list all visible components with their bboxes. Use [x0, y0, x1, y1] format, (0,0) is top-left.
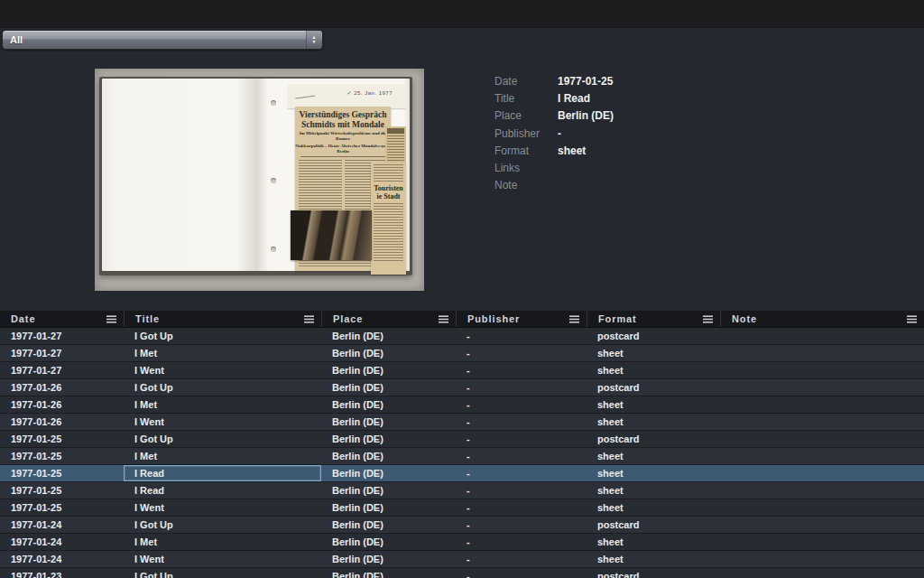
- cell-place[interactable]: Berlin (DE): [321, 465, 456, 481]
- column-menu-icon[interactable]: [304, 315, 314, 323]
- cell-note[interactable]: [720, 431, 924, 447]
- cell-format[interactable]: postcard: [587, 328, 720, 344]
- cell-note[interactable]: [720, 551, 924, 567]
- cell-title[interactable]: I Met: [124, 396, 321, 413]
- cell-title[interactable]: I Went: [124, 551, 321, 567]
- cell-place[interactable]: Berlin (DE): [321, 328, 456, 344]
- cell-publisher[interactable]: -: [456, 568, 587, 578]
- cell-place[interactable]: Berlin (DE): [321, 534, 456, 550]
- cell-publisher[interactable]: -: [456, 328, 587, 344]
- cell-title[interactable]: I Got Up: [124, 431, 321, 447]
- table-row[interactable]: 1977-01-27 I Went Berlin (DE) - sheet: [0, 362, 924, 379]
- column-menu-icon[interactable]: [907, 315, 917, 323]
- cell-title[interactable]: I Met: [124, 534, 321, 550]
- cell-place[interactable]: Berlin (DE): [321, 362, 456, 378]
- column-menu-icon[interactable]: [703, 315, 713, 323]
- column-menu-icon[interactable]: [569, 315, 579, 323]
- cell-publisher[interactable]: -: [456, 448, 587, 464]
- cell-note[interactable]: [720, 568, 924, 578]
- filter-select[interactable]: All ▲▼: [2, 30, 323, 50]
- cell-date[interactable]: 1977-01-24: [0, 517, 124, 533]
- cell-date[interactable]: 1977-01-24: [0, 534, 124, 550]
- table-row[interactable]: 1977-01-25 I Read Berlin (DE) - sheet: [0, 465, 924, 482]
- cell-title[interactable]: I Met: [124, 345, 321, 361]
- cell-place[interactable]: Berlin (DE): [321, 345, 456, 361]
- cell-note[interactable]: [720, 517, 924, 533]
- cell-publisher[interactable]: -: [456, 414, 587, 430]
- cell-title[interactable]: I Got Up: [124, 379, 321, 396]
- cell-note[interactable]: [720, 379, 924, 396]
- cell-date[interactable]: 1977-01-23: [0, 568, 124, 578]
- table-row[interactable]: 1977-01-26 I Met Berlin (DE) - sheet: [0, 396, 924, 414]
- cell-publisher[interactable]: -: [456, 534, 587, 550]
- cell-title[interactable]: I Read: [124, 482, 321, 499]
- cell-format[interactable]: postcard: [587, 431, 720, 447]
- cell-date[interactable]: 1977-01-25: [0, 448, 124, 464]
- cell-title[interactable]: I Went: [124, 362, 321, 378]
- cell-date[interactable]: 1977-01-27: [0, 345, 124, 361]
- cell-publisher[interactable]: -: [456, 551, 587, 567]
- cell-title[interactable]: I Got Up: [124, 328, 321, 344]
- cell-date[interactable]: 1977-01-26: [0, 396, 124, 413]
- cell-publisher[interactable]: -: [456, 396, 587, 413]
- cell-publisher[interactable]: -: [456, 465, 587, 481]
- cell-date[interactable]: 1977-01-27: [0, 362, 124, 378]
- cell-publisher[interactable]: -: [456, 379, 587, 396]
- cell-date[interactable]: 1977-01-26: [0, 414, 124, 430]
- cell-title[interactable]: I Went: [124, 499, 321, 516]
- cell-format[interactable]: postcard: [587, 379, 720, 396]
- cell-publisher[interactable]: -: [456, 482, 587, 499]
- table-row[interactable]: 1977-01-24 I Met Berlin (DE) - sheet: [0, 534, 924, 551]
- cell-publisher[interactable]: -: [456, 517, 587, 533]
- cell-format[interactable]: postcard: [587, 517, 720, 533]
- cell-place[interactable]: Berlin (DE): [321, 568, 456, 578]
- column-header-date[interactable]: Date: [0, 311, 124, 327]
- cell-date[interactable]: 1977-01-25: [0, 499, 124, 516]
- table-row[interactable]: 1977-01-24 I Got Up Berlin (DE) - postca…: [0, 517, 924, 534]
- cell-note[interactable]: [720, 362, 924, 378]
- cell-date[interactable]: 1977-01-25: [0, 465, 124, 481]
- column-menu-icon[interactable]: [106, 315, 116, 323]
- table-row[interactable]: 1977-01-27 I Met Berlin (DE) - sheet: [0, 345, 924, 362]
- cell-format[interactable]: postcard: [587, 568, 720, 578]
- cell-date[interactable]: 1977-01-25: [0, 482, 124, 499]
- cell-format[interactable]: sheet: [587, 482, 720, 499]
- cell-publisher[interactable]: -: [456, 431, 587, 447]
- cell-note[interactable]: [720, 414, 924, 430]
- cell-place[interactable]: Berlin (DE): [321, 517, 456, 533]
- cell-format[interactable]: sheet: [587, 362, 720, 378]
- cell-place[interactable]: Berlin (DE): [321, 448, 456, 464]
- column-menu-icon[interactable]: [439, 315, 448, 323]
- table-row[interactable]: 1977-01-25 I Read Berlin (DE) - sheet: [0, 482, 924, 499]
- column-header-note[interactable]: Note: [720, 311, 924, 327]
- table-row[interactable]: 1977-01-25 I Met Berlin (DE) - sheet: [0, 448, 924, 465]
- cell-note[interactable]: [720, 328, 924, 344]
- cell-place[interactable]: Berlin (DE): [321, 551, 456, 567]
- table-row[interactable]: 1977-01-27 I Got Up Berlin (DE) - postca…: [0, 328, 924, 345]
- cell-format[interactable]: sheet: [587, 396, 720, 413]
- cell-publisher[interactable]: -: [456, 345, 587, 361]
- cell-title[interactable]: I Met: [124, 448, 321, 464]
- cell-note[interactable]: [720, 345, 924, 361]
- cell-format[interactable]: sheet: [587, 345, 720, 361]
- cell-place[interactable]: Berlin (DE): [321, 379, 456, 396]
- cell-place[interactable]: Berlin (DE): [321, 482, 456, 499]
- cell-format[interactable]: sheet: [587, 448, 720, 464]
- cell-date[interactable]: 1977-01-25: [0, 431, 124, 447]
- table-row[interactable]: 1977-01-26 I Got Up Berlin (DE) - postca…: [0, 379, 924, 396]
- column-header-format[interactable]: Format: [587, 311, 720, 327]
- cell-title[interactable]: I Got Up: [124, 568, 321, 578]
- cell-note[interactable]: [720, 465, 924, 481]
- table-row[interactable]: 1977-01-25 I Went Berlin (DE) - sheet: [0, 499, 924, 517]
- column-header-publisher[interactable]: Publisher: [456, 311, 587, 327]
- cell-place[interactable]: Berlin (DE): [321, 431, 456, 447]
- cell-title[interactable]: I Went: [124, 414, 321, 430]
- cell-title[interactable]: I Read: [124, 465, 321, 481]
- table-row[interactable]: 1977-01-26 I Went Berlin (DE) - sheet: [0, 414, 924, 431]
- cell-note[interactable]: [720, 396, 924, 413]
- table-row[interactable]: 1977-01-23 I Got Up Berlin (DE) - postca…: [0, 568, 924, 578]
- cell-title[interactable]: I Got Up: [124, 517, 321, 533]
- cell-note[interactable]: [720, 448, 924, 464]
- cell-date[interactable]: 1977-01-27: [0, 328, 124, 344]
- cell-place[interactable]: Berlin (DE): [321, 499, 456, 516]
